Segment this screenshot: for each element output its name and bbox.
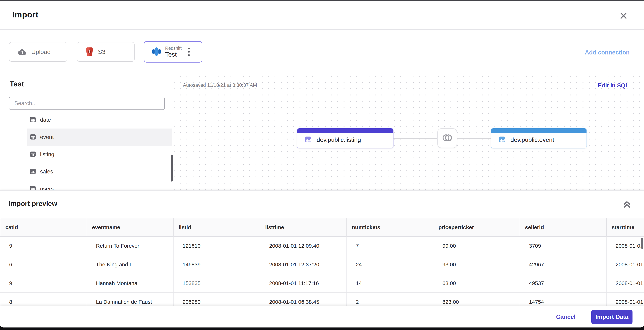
- table-list-item-event[interactable]: event: [0, 128, 174, 146]
- table-scrollbar[interactable]: [641, 238, 643, 249]
- collapse-preview-button[interactable]: [622, 200, 632, 209]
- canvas-node-listing[interactable]: dev.public.listing: [297, 128, 394, 148]
- column-header[interactable]: starttime: [606, 218, 644, 236]
- table-cell: 8: [0, 292, 87, 307]
- table-cell: 24: [346, 255, 433, 274]
- redshift-texts: Redshift Test: [165, 46, 182, 58]
- table-grid-icon: [499, 136, 506, 144]
- column-header[interactable]: numtickets: [346, 218, 433, 236]
- column-header[interactable]: catid: [0, 218, 87, 236]
- redshift-connection-name: Test: [165, 51, 182, 58]
- table-cell: 9: [0, 274, 87, 292]
- table-cell: 2008-01-01 12:09:40: [260, 236, 346, 255]
- modal-header: Import: [0, 1, 644, 30]
- close-button[interactable]: [618, 11, 628, 21]
- table-cell: 7: [346, 236, 433, 255]
- double-chevron-up-icon: [622, 207, 632, 210]
- panel-scrollbar[interactable]: [171, 154, 173, 182]
- join-type-node[interactable]: [437, 128, 457, 148]
- table-cell: 99.00: [433, 236, 520, 255]
- table-cell: 14: [346, 274, 433, 292]
- table-cell: 2008-01-01 1: [606, 236, 644, 255]
- table-list-label: date: [40, 117, 51, 123]
- search-input[interactable]: [9, 97, 165, 110]
- table-row: 9 Return To Forever 121610 2008-01-01 12…: [0, 236, 644, 255]
- table-cell: 14754: [520, 292, 606, 307]
- table-list-label: users: [40, 186, 54, 190]
- table-list-item-date[interactable]: date: [0, 111, 174, 128]
- table-list-item-users[interactable]: users: [0, 180, 174, 190]
- table-list-item-sales[interactable]: sales: [0, 163, 174, 180]
- redshift-icon: [152, 46, 161, 57]
- table-cell: 121610: [174, 236, 260, 255]
- page-title: Import: [12, 10, 38, 20]
- import-preview-title: Import preview: [8, 200, 57, 208]
- table-cell: 2008-01-01 1: [606, 292, 644, 307]
- table-cell: 42967: [520, 255, 606, 274]
- import-modal: Import Upload: [0, 1, 644, 328]
- table-grid-icon: [30, 185, 36, 190]
- table-row: 8 La Damnation de Faust 206280 2008-01-0…: [0, 292, 644, 307]
- table-cell: 6: [0, 255, 87, 274]
- table-cell: 146839: [174, 255, 260, 274]
- table-cell: 2008-01-01 12:37:20: [260, 255, 346, 274]
- node-accent-bar: [491, 128, 586, 133]
- join-canvas[interactable]: Autosaved 11/18/21 at 8:30:37 AM Edit in…: [174, 75, 644, 190]
- redshift-type-label: Redshift: [165, 46, 182, 51]
- kebab-menu-icon[interactable]: [187, 47, 191, 57]
- column-header[interactable]: listtime: [260, 218, 346, 236]
- table-grid-icon: [305, 136, 312, 144]
- s3-icon: [85, 47, 94, 57]
- table-list: date event listing: [0, 111, 174, 190]
- source-card-redshift[interactable]: Redshift Test: [144, 41, 202, 62]
- table-cell: 2: [346, 292, 433, 307]
- venn-join-icon: [442, 133, 453, 143]
- table-grid-icon: [30, 151, 36, 158]
- node-accent-bar: [297, 128, 393, 133]
- cancel-button[interactable]: Cancel: [555, 313, 576, 320]
- table-cell: La Damnation de Faust: [87, 292, 174, 307]
- canvas-node-event[interactable]: dev.public.event: [491, 128, 587, 148]
- footer-bar: Cancel Import Data: [0, 306, 644, 328]
- table-cell: 206280: [174, 292, 260, 307]
- table-cell: 823.00: [433, 292, 520, 307]
- column-header[interactable]: listid: [174, 218, 260, 236]
- table-cell: Return To Forever: [87, 236, 174, 255]
- node-label: dev.public.event: [510, 136, 554, 143]
- preview-table-container: catid eventname listid listtime numticke…: [0, 218, 644, 307]
- column-header[interactable]: priceperticket: [433, 218, 520, 236]
- table-list-item-listing[interactable]: listing: [0, 146, 174, 163]
- table-cell: 153835: [174, 274, 260, 292]
- table-cell: 2008-01-01 06:38:45: [260, 292, 346, 307]
- schema-panel-title: Test: [10, 80, 24, 88]
- upload-cloud-icon: [18, 48, 27, 56]
- import-data-button[interactable]: Import Data: [591, 310, 632, 324]
- table-cell: 9: [0, 236, 87, 255]
- table-cell: 2008-01-01 1: [606, 255, 644, 274]
- table-cell: 2008-01-01 1: [606, 274, 644, 292]
- s3-label: S3: [98, 48, 106, 55]
- table-cell: 49537: [520, 274, 606, 292]
- table-grid-icon: [30, 134, 36, 141]
- screen: Import Upload: [0, 0, 644, 330]
- table-row: 9 Hannah Montana 153835 2008-01-01 11:17…: [0, 274, 644, 292]
- add-connection-link[interactable]: Add connection: [585, 49, 630, 56]
- schema-panel: Test date event: [0, 75, 174, 190]
- workspace: Test date event: [0, 75, 644, 190]
- table-cell: 3709: [520, 236, 606, 255]
- preview-table: catid eventname listid listtime numticke…: [0, 218, 644, 307]
- table-list-label: sales: [40, 168, 53, 175]
- node-label: dev.public.listing: [316, 136, 361, 143]
- edit-in-sql-link[interactable]: Edit in SQL: [598, 82, 629, 89]
- table-grid-icon: [30, 168, 36, 175]
- source-card-upload[interactable]: Upload: [9, 42, 68, 62]
- column-header[interactable]: eventname: [87, 218, 174, 236]
- source-card-s3[interactable]: S3: [77, 42, 134, 62]
- column-header[interactable]: sellerid: [520, 218, 606, 236]
- table-grid-icon: [30, 116, 36, 124]
- close-icon: [618, 19, 628, 22]
- table-cell: 93.00: [433, 255, 520, 274]
- table-cell: The King and I: [87, 255, 174, 274]
- sources-row: Upload S3: [0, 30, 644, 75]
- table-list-label: event: [40, 134, 54, 140]
